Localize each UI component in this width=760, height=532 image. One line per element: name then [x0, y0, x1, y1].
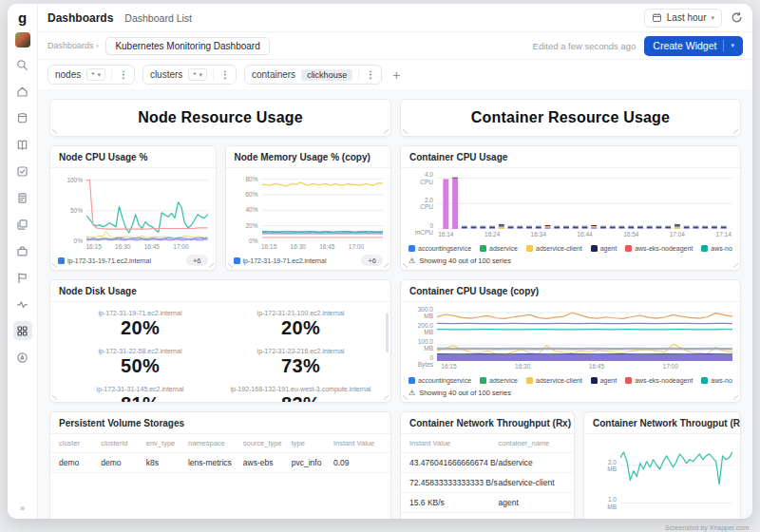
kebab-menu-icon[interactable]: ⋮ — [213, 68, 229, 81]
table-cell: demo — [101, 458, 146, 467]
section-header: Container Resource Usage — [471, 109, 670, 126]
panel-scrollbar[interactable] — [386, 313, 389, 352]
chart-canvas — [86, 173, 208, 241]
table-cell: 0.09 — [333, 458, 382, 467]
panel-net-throughput-chart[interactable]: Container Network Througput (Rx) 2.0 MB1… — [583, 411, 741, 519]
table-cell: aws-ebs — [243, 458, 292, 467]
dashboard-canvas: Node Resource Usage Container Resource U… — [38, 89, 752, 519]
legend-item[interactable]: adservice-client — [526, 245, 582, 252]
chart-legend: accountingserviceadserviceadservice-clie… — [408, 239, 732, 256]
stat: ip-172-31-19-71.ec2.internal20% — [60, 310, 220, 339]
filter-clusters[interactable]: clusters *▾ ⋮ — [142, 65, 237, 85]
filter-value-chip[interactable]: clickhouse — [301, 69, 352, 81]
column-header[interactable]: Instant Value — [333, 439, 382, 447]
activity-icon[interactable] — [13, 294, 32, 314]
legend-item[interactable]: aws-eks-nodeagent — [625, 377, 693, 384]
chart-canvas — [437, 307, 732, 361]
tab-dashboard-list[interactable]: Dashboard List — [124, 12, 192, 24]
panel-node-disk[interactable]: Node Disk Usage ip-172-31-19-71.ec2.inte… — [49, 279, 391, 403]
panel-container-cpu[interactable]: Container CPU Usage 4.0 CPU2.0 CPU0 mCPU… — [400, 145, 741, 271]
filter-value-select[interactable]: *▾ — [188, 68, 207, 81]
legend-item[interactable]: adservice — [480, 377, 518, 384]
panel-title: Container Network Througput (Rx) — [584, 412, 740, 434]
app-window: g — [8, 4, 752, 519]
table-cell: agent — [498, 498, 565, 507]
create-widget-button[interactable]: Create Widget ▾ — [644, 36, 743, 56]
column-header[interactable]: source_type — [243, 439, 292, 447]
legend-item[interactable]: aws-node — [701, 245, 732, 252]
grid-icon[interactable] — [13, 321, 32, 340]
panel-node-cpu[interactable]: Node CPU Usage % 100%50%0%16:1516:3016:4… — [49, 145, 217, 271]
checklist-icon[interactable] — [13, 162, 32, 180]
database-icon[interactable] — [13, 108, 32, 127]
node-memory-chart: 80%60%40%20%0%16:1516:3016:4517:00ip-172… — [226, 168, 391, 270]
avatar[interactable] — [15, 32, 30, 48]
sidebar: g — [8, 4, 38, 519]
legend-item[interactable]: adservice — [480, 245, 518, 252]
layers-icon[interactable] — [13, 215, 32, 234]
section-header: Node Resource Usage — [138, 109, 303, 126]
filter-containers[interactable]: containers clickhouse ⋮ — [244, 65, 382, 85]
panel-node-resource-header[interactable]: Node Resource Usage — [49, 99, 391, 137]
table-header: clusterclusterIdenv_typenamespacesource_… — [50, 434, 390, 453]
app-logo[interactable]: g — [18, 10, 27, 25]
time-range-selector[interactable]: Last hour ▾ — [644, 9, 722, 28]
search-icon[interactable] — [13, 55, 32, 74]
legend-overflow-badge[interactable]: +6 — [186, 255, 208, 266]
sidebar-collapse-button[interactable]: » — [20, 504, 25, 513]
kebab-menu-icon[interactable]: ⋮ — [358, 68, 374, 81]
breadcrumb-bar: Dashboards › Kubernetes Monitoring Dashb… — [38, 32, 752, 60]
breadcrumb[interactable]: Dashboards › — [48, 41, 98, 50]
table-cell: 4.1513888888888895 B/s — [409, 518, 498, 519]
panel-container-resource-header[interactable]: Container Resource Usage — [400, 99, 741, 137]
filter-value-select[interactable]: *▾ — [86, 68, 105, 81]
legend-item[interactable]: adservice-client — [526, 377, 582, 384]
panel-title: Persistent Volume Storages — [50, 412, 390, 434]
table-cell: adservice — [498, 458, 565, 467]
panel-net-throughput-table[interactable]: Container Network Throughput (Rx) Instan… — [400, 411, 575, 519]
node-disk-stats: ip-172-31-19-71.ec2.internal20%ip-172-31… — [50, 302, 390, 402]
dashboard-name-chip[interactable]: Kubernetes Monitoring Dashboard — [105, 37, 269, 55]
edited-status: Edited a few seconds ago — [533, 41, 636, 51]
column-header[interactable]: namespace — [188, 439, 243, 447]
legend-item[interactable]: agent — [591, 377, 618, 384]
column-header[interactable]: Instant Value — [409, 439, 498, 447]
top-bar: Dashboards Dashboard List Last hour ▾ — [38, 4, 752, 32]
chart-canvas — [262, 173, 384, 241]
legend-item[interactable]: accountingservice — [408, 377, 471, 384]
net-throughput-chart: 2.0 MB1.0 MB0 Bytes16:1516:3016:4517:00 — [584, 434, 740, 519]
legend-item[interactable]: aws-node — [701, 377, 732, 384]
refresh-button[interactable] — [731, 11, 743, 24]
filter-nodes[interactable]: nodes *▾ ⋮ — [48, 65, 135, 85]
kebab-menu-icon[interactable]: ⋮ — [111, 68, 127, 81]
compass-icon[interactable] — [13, 348, 32, 367]
stat: ip-172-31-31-145.ec2.internal81% — [60, 386, 220, 402]
legend-item[interactable]: aws-eks-nodeagent — [625, 245, 693, 252]
add-filter-button[interactable]: + — [390, 68, 403, 82]
column-header[interactable]: type — [292, 439, 333, 447]
book-icon[interactable] — [13, 135, 32, 154]
chart-legend: accountingserviceadserviceadservice-clie… — [408, 371, 732, 388]
flag-icon[interactable] — [13, 268, 32, 287]
legend-item[interactable]: ip-172-31-19-71.ec2.internal — [234, 257, 327, 264]
legend-item[interactable]: ip-172-31-19-71.ec2.internal — [58, 257, 151, 264]
legend-item[interactable]: agent — [591, 245, 618, 252]
table-header: Instant Valuecontainer_name — [401, 434, 574, 453]
legend-item[interactable]: accountingservice — [408, 245, 471, 252]
legend-overflow-badge[interactable]: +6 — [361, 255, 383, 266]
column-header[interactable]: clusterId — [101, 439, 146, 447]
table-cell: lens-metrics — [188, 458, 243, 467]
briefcase-icon[interactable] — [13, 241, 32, 260]
home-icon[interactable] — [13, 82, 32, 101]
column-header[interactable]: cluster — [59, 439, 101, 447]
panel-pvc-storages[interactable]: Persistent Volume Storages clustercluste… — [49, 411, 391, 519]
page-title: Dashboards — [48, 11, 113, 25]
panel-title: Container Network Throughput (Rx) — [401, 412, 574, 434]
calendar-icon — [652, 12, 662, 23]
document-icon[interactable] — [13, 188, 32, 207]
panel-container-cpu-copy[interactable]: Container CPU Usage (copy) 300.0 MB200.0… — [400, 279, 741, 403]
column-header[interactable]: container_name — [498, 439, 565, 447]
panel-node-memory[interactable]: Node Memory Usage % (copy) 80%60%40%20%0… — [225, 145, 392, 271]
table-cell: aws-eks-nodeagent — [498, 518, 565, 519]
column-header[interactable]: env_type — [146, 439, 188, 447]
